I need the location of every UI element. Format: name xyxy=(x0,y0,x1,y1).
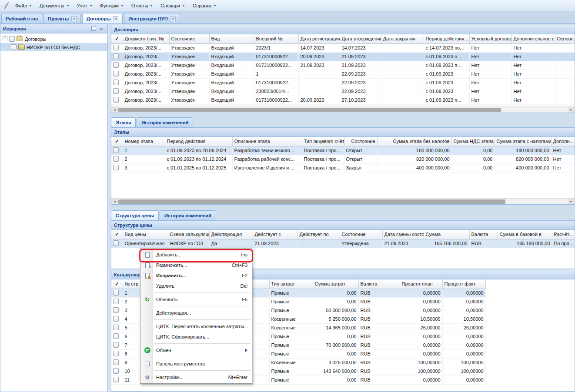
column-header[interactable]: Сумма этапа без налогов xyxy=(377,137,451,146)
row-checkbox[interactable] xyxy=(113,71,119,76)
row-checkbox[interactable] xyxy=(113,240,119,246)
column-header[interactable]: Сумма xyxy=(424,230,469,239)
horizontal-scrollbar[interactable]: ◄ ► xyxy=(111,198,575,204)
row-checkbox[interactable] xyxy=(113,147,119,153)
row-checkbox[interactable] xyxy=(113,325,119,330)
column-header[interactable]: Валюта xyxy=(358,279,400,289)
table-row[interactable]: Ориентировочная НИОКР по ГОЗ Да 21.09.20… xyxy=(111,239,575,248)
column-header[interactable]: Дополнительное с xyxy=(511,34,555,43)
menu-item-citk-form[interactable]: ЦИТК. Сформировать... xyxy=(140,332,252,342)
select-all-header[interactable]: ✓ xyxy=(111,279,123,289)
table-row[interactable]: Договор, 2023/... Утверждён Входящий 1 2… xyxy=(111,70,575,78)
column-header[interactable]: Основн... xyxy=(555,34,575,43)
table-row[interactable]: Договор, 2023/... Утверждён Входящий 017… xyxy=(111,96,575,104)
column-header[interactable]: Процент факт xyxy=(442,279,485,289)
menu-item-refresh[interactable]: ↻ Обновить F5 xyxy=(140,294,252,305)
close-icon[interactable]: × xyxy=(170,16,176,21)
row-checkbox[interactable] xyxy=(113,299,119,304)
row-checkbox[interactable] xyxy=(113,97,119,103)
scroll-right-icon[interactable]: ► xyxy=(568,107,575,113)
tab-desktop[interactable]: Рабочий стол xyxy=(1,13,42,23)
column-header[interactable]: Тип затрат xyxy=(269,279,313,289)
menubar-item-functions[interactable]: Функции xyxy=(96,1,127,10)
scroll-right-icon[interactable]: ► xyxy=(568,199,575,204)
column-header[interactable]: Действует с xyxy=(253,230,298,239)
menubar-item-dictionaries[interactable]: Словари xyxy=(157,1,189,10)
column-header[interactable]: Условный договор xyxy=(469,34,511,43)
row-checkbox[interactable] xyxy=(113,88,119,94)
column-header[interactable]: Сумма в базовой в xyxy=(498,230,552,239)
horizontal-scrollbar[interactable]: ◄ ► xyxy=(111,106,575,113)
column-header[interactable]: Сумма этапа с налогами xyxy=(495,137,551,146)
tab-price-history[interactable]: История изменений xyxy=(160,210,216,220)
column-header[interactable]: Описание этапа xyxy=(232,137,302,146)
table-row[interactable]: Договор, 2023/... Утверждён Входящий 017… xyxy=(111,52,575,61)
tree-collapse-icon[interactable]: − xyxy=(3,37,7,41)
tab-contracts[interactable]: Договоры× xyxy=(82,13,123,23)
column-header[interactable]: Сумма НДС этапа xyxy=(451,137,495,146)
menu-item-toolbar[interactable]: Панель инструментов xyxy=(140,359,252,369)
column-header[interactable]: Схема калькуляци xyxy=(168,230,209,239)
select-all-header[interactable]: ✓ xyxy=(111,34,123,43)
row-checkbox[interactable] xyxy=(113,359,119,365)
menu-item-edit[interactable]: ✎ Исправить... F2 xyxy=(140,270,252,281)
menu-item-settings[interactable]: ⚙ Настройки... Alt+Enter xyxy=(140,372,252,382)
row-checkbox[interactable] xyxy=(113,351,119,356)
table-row[interactable]: Договор, 2023/... Утверждён Входящий 202… xyxy=(111,43,575,52)
row-checkbox[interactable] xyxy=(113,45,119,50)
tab-projects[interactable]: Проекты× xyxy=(43,13,81,23)
row-checkbox[interactable] xyxy=(113,53,119,59)
table-row[interactable]: Договор, 2023/... Утверждён Входящий 230… xyxy=(111,87,575,96)
select-all-header[interactable]: ✓ xyxy=(111,230,123,239)
select-all-header[interactable]: ✓ xyxy=(111,137,123,146)
scroll-left-icon[interactable]: ◄ xyxy=(111,199,118,204)
column-header[interactable]: Дата регистрации xyxy=(298,34,340,43)
column-header[interactable]: Действует по xyxy=(298,230,340,239)
tree-checkbox[interactable] xyxy=(11,44,17,50)
row-checkbox[interactable] xyxy=(113,342,119,348)
row-checkbox[interactable] xyxy=(113,333,119,339)
column-header[interactable]: Внешний № xyxy=(254,34,298,43)
close-icon[interactable]: × xyxy=(71,16,77,21)
row-checkbox[interactable] xyxy=(113,368,119,374)
column-header[interactable]: Состояние xyxy=(344,137,377,146)
menu-item-citk-recalc[interactable]: ЦИТК. Пересчитать косвенные затраты... xyxy=(140,321,252,332)
tab-stages-history[interactable]: История изменений xyxy=(137,117,193,127)
tree-checkbox[interactable] xyxy=(9,36,15,42)
column-header[interactable]: Действующая xyxy=(209,230,253,239)
column-header[interactable]: Номер этапа xyxy=(123,137,165,146)
menu-item-duplicate[interactable]: + Размножить... Ctrl+F3 xyxy=(140,260,252,270)
menubar-item-accounting[interactable]: Учёт xyxy=(73,1,96,10)
tree-node-contracts[interactable]: − Договоры xyxy=(0,35,107,43)
column-header[interactable]: Сумма затрат xyxy=(313,279,358,289)
column-header[interactable]: Дата утверждения xyxy=(340,34,381,43)
table-row[interactable]: Договор, 2023/... Утверждён Входящий 017… xyxy=(111,61,575,70)
grid-options-icon[interactable] xyxy=(90,26,97,32)
row-checkbox[interactable] xyxy=(113,377,119,382)
menubar-item-help[interactable]: Справка xyxy=(189,1,220,10)
table-row[interactable]: 3 с 01.01.2025 по 01.12.2025 Изготовлени… xyxy=(111,163,575,172)
row-checkbox[interactable] xyxy=(113,290,119,296)
menu-item-add[interactable]: Добавить... Ins xyxy=(140,249,252,260)
scrollbar-thumb[interactable] xyxy=(118,199,505,204)
column-header[interactable]: Расчёт... xyxy=(552,230,575,239)
column-header[interactable]: Вид xyxy=(209,34,254,43)
tree-node-niokr[interactable]: НИОКР по ГОЗ без НДС xyxy=(0,43,107,51)
column-header[interactable]: Состояние xyxy=(340,230,382,239)
column-header[interactable]: Дата закрытия xyxy=(381,34,424,43)
menubar-item-reports[interactable]: Отчёты xyxy=(127,1,157,10)
column-header[interactable]: Состояние xyxy=(169,34,209,43)
menubar-item-file[interactable]: Файл xyxy=(11,1,36,10)
scrollbar-thumb[interactable] xyxy=(118,108,501,112)
column-header[interactable]: Тип лицевого счёт xyxy=(302,137,344,146)
column-header[interactable]: Процент план xyxy=(400,279,442,289)
column-header[interactable]: № стр... xyxy=(123,279,142,289)
scroll-left-icon[interactable]: ◄ xyxy=(111,107,118,113)
row-checkbox[interactable] xyxy=(113,307,119,313)
column-header[interactable]: Период действия xyxy=(165,137,232,146)
tab-price-structure[interactable]: Структура цены xyxy=(111,210,159,220)
collapse-panel-icon[interactable]: « xyxy=(98,26,105,32)
column-header[interactable]: Документ (тип, № xyxy=(123,34,169,43)
close-icon[interactable]: × xyxy=(113,16,118,21)
column-header[interactable]: Период действия... xyxy=(424,34,469,43)
